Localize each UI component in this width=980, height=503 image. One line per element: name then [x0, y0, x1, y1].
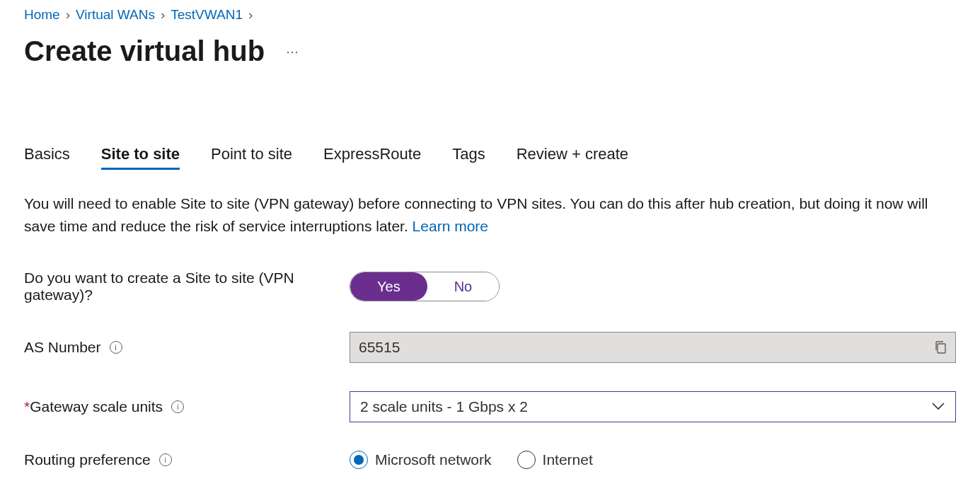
svg-rect-0 [938, 344, 945, 353]
more-actions-icon[interactable]: ⋯ [286, 44, 300, 59]
radio-selected-icon [350, 451, 368, 469]
routing-pref-microsoft[interactable]: Microsoft network [350, 451, 492, 469]
breadcrumb-home[interactable]: Home [24, 7, 60, 23]
routing-pref-internet[interactable]: Internet [517, 451, 593, 469]
as-number-value: 65515 [359, 339, 400, 356]
tab-list: Basics Site to site Point to site Expres… [24, 145, 956, 170]
tab-point-to-site[interactable]: Point to site [211, 145, 292, 170]
learn-more-link[interactable]: Learn more [413, 218, 488, 234]
tab-basics[interactable]: Basics [24, 145, 70, 170]
scale-units-value: 2 scale units - 1 Gbps x 2 [360, 398, 528, 415]
routing-pref-internet-label: Internet [543, 451, 593, 468]
toggle-yes[interactable]: Yes [350, 272, 427, 301]
radio-unselected-icon [517, 451, 536, 469]
tab-review-create[interactable]: Review + create [517, 145, 628, 170]
breadcrumb: Home › Virtual WANs › TestVWAN1 › [24, 7, 956, 23]
tab-tags[interactable]: Tags [452, 145, 485, 170]
info-icon[interactable]: i [110, 341, 122, 354]
tab-expressroute[interactable]: ExpressRoute [323, 145, 421, 170]
copy-icon[interactable] [934, 340, 947, 354]
routing-pref-label: Routing preference [24, 451, 151, 468]
tab-site-to-site[interactable]: Site to site [101, 145, 180, 170]
create-gateway-toggle: Yes No [350, 272, 500, 301]
chevron-right-icon: › [248, 7, 253, 23]
info-icon[interactable]: i [171, 400, 184, 413]
breadcrumb-virtual-wans[interactable]: Virtual WANs [76, 7, 155, 23]
page-title: Create virtual hub [24, 35, 265, 67]
scale-units-select[interactable]: 2 scale units - 1 Gbps x 2 [350, 391, 956, 422]
scale-units-label: Gateway scale units [30, 398, 163, 415]
toggle-no[interactable]: No [427, 272, 500, 301]
as-number-field: 65515 [350, 332, 956, 363]
breadcrumb-testvwan1[interactable]: TestVWAN1 [171, 7, 243, 23]
chevron-right-icon: › [161, 7, 165, 23]
chevron-right-icon: › [66, 7, 70, 23]
create-gateway-label: Do you want to create a Site to site (VP… [24, 270, 350, 303]
required-asterisk: * [24, 398, 30, 415]
chevron-down-icon [931, 400, 945, 413]
routing-pref-radio-group: Microsoft network Internet [350, 451, 956, 469]
as-number-label: AS Number [24, 339, 101, 356]
tab-description: You will need to enable Site to site (VP… [24, 192, 930, 237]
routing-pref-microsoft-label: Microsoft network [375, 451, 492, 468]
info-icon[interactable]: i [159, 453, 172, 466]
